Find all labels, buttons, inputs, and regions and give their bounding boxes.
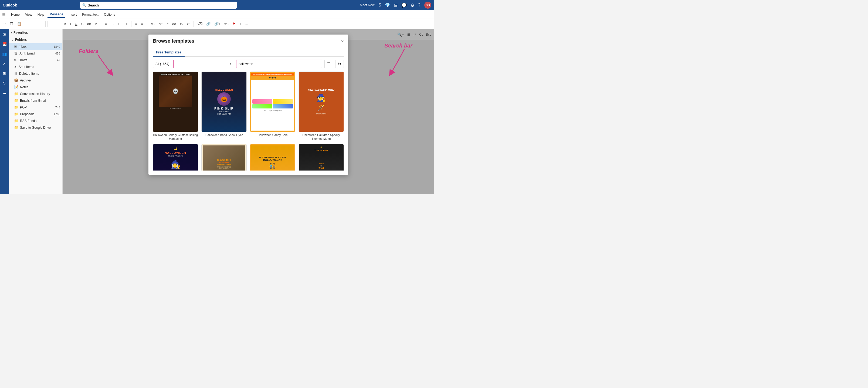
sidebar-item-deleted[interactable]: 🗑 Deleted Items: [9, 70, 62, 77]
increase-indent-btn[interactable]: ⇥: [123, 21, 128, 27]
modal-close-btn[interactable]: ×: [341, 39, 344, 44]
template-thumb-band-show: HALLOWEEN 🎃 PINK SLIP Music Band OCT 11 …: [202, 71, 247, 132]
rss-label: RSS Feeds: [20, 119, 36, 123]
tab-help[interactable]: Help: [35, 11, 46, 18]
sidebar-item-rss[interactable]: 📁 RSS Feeds: [9, 117, 62, 124]
insert-link-btn[interactable]: 🔗↓: [213, 21, 222, 27]
link-btn[interactable]: 🔗: [205, 21, 212, 27]
meet-now-btn[interactable]: Meet Now: [360, 3, 374, 7]
decrease-font-btn[interactable]: A↓: [150, 21, 156, 27]
hamburger-menu[interactable]: ☰: [2, 12, 6, 17]
template-card-halloween-bakery[interactable]: 🧁 MAKE YOUR HALLOWEEN PARTY TASTY 💀 HALL…: [153, 71, 198, 141]
nav-mail[interactable]: ✉: [1, 31, 7, 38]
template-thumb-costume-party: Join Us for a Halloween Costume Party FR…: [202, 144, 247, 170]
grid-icon[interactable]: ⊞: [394, 3, 398, 8]
font-color-btn[interactable]: A: [94, 21, 98, 27]
nav-onedrive[interactable]: ☁: [1, 90, 7, 96]
undo-btn[interactable]: ↩: [2, 21, 7, 27]
tab-insert[interactable]: Insert: [66, 11, 79, 18]
down-arrow-btn[interactable]: ↓: [239, 21, 243, 27]
template-card-trick-or-treat[interactable]: 🌙 Trick or Treat Trick or Treat 🎃: [299, 144, 344, 170]
nav-skype[interactable]: S: [1, 80, 7, 86]
content-area: 🔍+ 🗑 ↗ Cc Bcc Browse templates × Fre: [63, 29, 434, 194]
sidebar-item-inbox[interactable]: ✉ Inbox 1840: [9, 43, 62, 50]
tab-view[interactable]: View: [23, 11, 34, 18]
category-select-wrapper: All (1654) Email Newsletter Flyer: [153, 60, 234, 68]
sidebar-item-archive[interactable]: 📦 Archive: [9, 77, 62, 84]
category-select[interactable]: All (1654) Email Newsletter Flyer: [153, 60, 174, 68]
nav-tasks[interactable]: ✓: [1, 60, 7, 67]
align-justify-btn[interactable]: ≡: [140, 21, 144, 27]
title-search-input[interactable]: [80, 2, 237, 9]
tab-format-text[interactable]: Format text: [80, 11, 101, 18]
italic-btn[interactable]: I: [69, 21, 72, 27]
decrease-indent-btn[interactable]: ⇤: [117, 21, 122, 27]
title-search-icon: 🔍: [82, 3, 86, 7]
proposals-count: 1763: [54, 112, 60, 116]
save-google-icon: 📁: [14, 126, 18, 130]
nav-calendar[interactable]: 📅: [1, 41, 7, 47]
title-bar-actions: Meet Now S 💎 ⊞ 💬 ⚙ ? SD: [360, 2, 431, 9]
numbering-btn[interactable]: 1.: [110, 21, 115, 27]
more-options-btn[interactable]: ···: [244, 21, 249, 27]
flag-btn[interactable]: ⚑: [231, 21, 237, 27]
template-card-halloween-party[interactable]: 🌙 HALLOWEEN SAVE UP TO 50% 🧙‍♀️ Hallowee…: [153, 144, 198, 170]
sidebar-item-sent[interactable]: ➤ Sent Items: [9, 63, 62, 70]
sidebar-item-conversation[interactable]: 📁 Conversation History: [9, 90, 62, 97]
template-card-cauldron[interactable]: NEW HALLOWEEN MENU 🧙 🪄 SPECIAL ITEMS Hal…: [299, 71, 344, 141]
pen-btn[interactable]: ✏↓: [223, 21, 230, 27]
template-card-candy-sale[interactable]: CANDY SHOPPE — GET 70% OFF ALL HALLOWEEN…: [250, 71, 295, 141]
quote-btn[interactable]: ❝: [165, 21, 169, 27]
bullets-btn[interactable]: ≡: [104, 21, 108, 27]
chevron-down-icon: ⌄: [11, 38, 13, 41]
bold-btn[interactable]: B: [63, 21, 67, 27]
highlight-btn[interactable]: ab: [86, 21, 92, 27]
template-card-halloween-ready[interactable]: IS YOUR FAMILY READY FOR HALLOWEEN? 🧑‍🤝‍…: [250, 144, 295, 170]
search-input[interactable]: [236, 60, 322, 68]
font-family-input[interactable]: [24, 21, 45, 27]
avatar[interactable]: SD: [424, 2, 431, 9]
sidebar-item-drafts[interactable]: ✏ Drafts 47: [9, 57, 62, 63]
drafts-count: 47: [57, 59, 60, 62]
skype-icon[interactable]: S: [378, 3, 381, 7]
align-left-btn[interactable]: ≡: [134, 21, 138, 27]
nav-contacts[interactable]: 👥: [1, 51, 7, 57]
favorites-label: Favorites: [13, 31, 28, 35]
tab-free-templates[interactable]: Free Templates: [153, 49, 185, 57]
template-card-band-show[interactable]: HALLOWEEN 🎃 PINK SLIP Music Band OCT 11 …: [202, 71, 247, 141]
sent-icon: ➤: [14, 65, 17, 69]
sidebar-item-emails-gmail[interactable]: 📁 Emails from Gmail: [9, 97, 62, 104]
strikethrough-btn[interactable]: S: [80, 21, 85, 27]
modal-header: Browse templates ×: [149, 35, 348, 47]
increase-font-btn[interactable]: A↑: [158, 21, 164, 27]
clear-format-btn[interactable]: ⌫: [196, 21, 204, 27]
help-icon[interactable]: ?: [418, 3, 421, 7]
sidebar-item-proposals[interactable]: 📁 Proposals 1763: [9, 110, 62, 117]
sidebar-favorites-header[interactable]: › Favorites: [9, 29, 62, 36]
paste-btn[interactable]: 📋: [16, 21, 22, 27]
sidebar-folders-header[interactable]: ⌄ Folders: [9, 36, 62, 43]
copy-btn[interactable]: ❐: [9, 21, 14, 27]
sidebar-item-save-google[interactable]: 📁 Save to Google Drive: [9, 124, 62, 131]
nav-apps[interactable]: ⊞: [1, 70, 7, 77]
modal-overlay[interactable]: Browse templates × Free Templates All (1…: [63, 29, 434, 194]
sidebar-item-notes[interactable]: 📝 Notes: [9, 84, 62, 90]
settings-icon[interactable]: ⚙: [410, 3, 414, 8]
refresh-btn[interactable]: ↻: [335, 60, 344, 68]
gem-icon[interactable]: 💎: [385, 3, 390, 8]
underline-btn[interactable]: U: [74, 21, 78, 27]
superscript-btn[interactable]: x²: [186, 21, 191, 27]
tab-message[interactable]: Message: [48, 11, 66, 18]
tab-options[interactable]: Options: [102, 11, 117, 18]
template-card-costume-party[interactable]: Join Us for a Halloween Costume Party FR…: [202, 144, 247, 170]
subscript-btn[interactable]: x₂: [179, 21, 184, 27]
font-aa-btn[interactable]: aa: [171, 21, 177, 27]
modal-title: Browse templates: [153, 38, 194, 44]
chat-icon[interactable]: 💬: [401, 3, 407, 8]
font-size-input[interactable]: [47, 21, 57, 27]
sidebar-item-pop[interactable]: 📁 POP 744: [9, 104, 62, 110]
sidebar-item-junk[interactable]: 🗑 Junk Email 455: [9, 50, 62, 57]
list-view-btn[interactable]: ☰: [324, 60, 333, 68]
tab-home[interactable]: Home: [9, 11, 22, 18]
modal-filters: All (1654) Email Newsletter Flyer ☰ ↻: [153, 60, 344, 68]
